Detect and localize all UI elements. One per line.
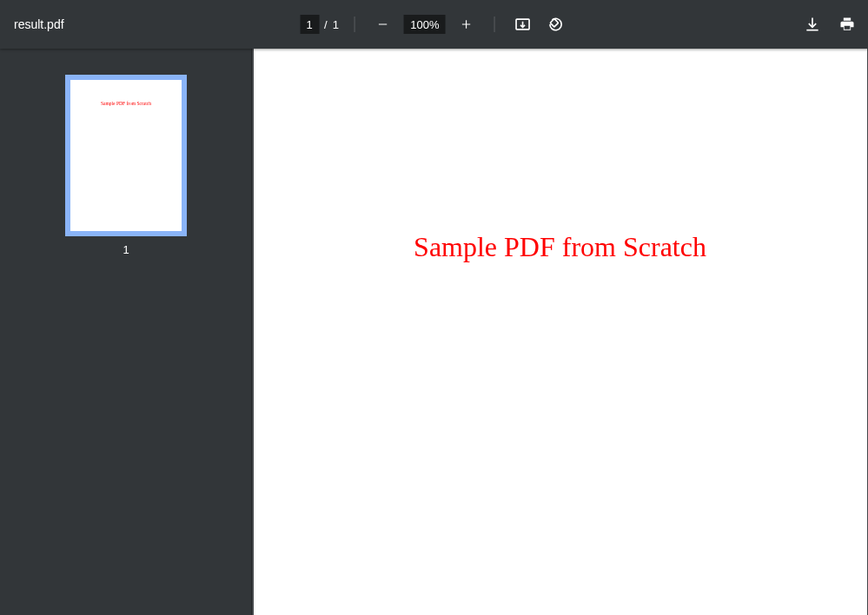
divider — [494, 17, 495, 32]
rotate-button[interactable] — [544, 12, 568, 36]
divider — [354, 17, 355, 32]
page-indicator: / 1 — [300, 15, 339, 34]
thumbnail-item[interactable]: Sample PDF from Scratch 1 — [65, 75, 187, 256]
pdf-page: Sample PDF from Scratch — [254, 49, 867, 615]
thumbnail-page-text: Sample PDF from Scratch — [70, 101, 182, 106]
fit-to-page-button[interactable] — [511, 12, 535, 36]
zoom-out-button[interactable] — [371, 12, 395, 36]
document-heading: Sample PDF from Scratch — [254, 231, 867, 263]
file-name: result.pdf — [14, 17, 64, 31]
plus-icon — [461, 18, 473, 30]
zoom-percent-input[interactable] — [404, 15, 446, 34]
thumbnail-sidebar: Sample PDF from Scratch 1 — [0, 49, 252, 615]
print-button[interactable] — [835, 12, 859, 36]
toolbar-center: / 1 — [300, 0, 568, 49]
thumbnail-selected-border: Sample PDF from Scratch — [65, 75, 187, 236]
thumbnail-page: Sample PDF from Scratch — [70, 80, 182, 231]
page-separator: / — [324, 18, 328, 31]
thumbnail-label: 1 — [123, 243, 129, 256]
rotate-icon — [547, 16, 565, 33]
minus-icon — [377, 18, 389, 30]
page-viewport[interactable]: Sample PDF from Scratch — [252, 49, 868, 615]
print-icon — [838, 16, 856, 33]
download-button[interactable] — [800, 12, 825, 36]
toolbar-right — [800, 0, 859, 49]
download-icon — [804, 16, 821, 33]
pdf-toolbar: result.pdf / 1 — [0, 0, 868, 49]
page-number-input[interactable] — [300, 15, 319, 34]
toolbar-left: result.pdf — [0, 17, 64, 31]
fit-page-icon — [514, 16, 532, 33]
zoom-in-button[interactable] — [454, 12, 479, 36]
svg-rect-5 — [551, 19, 559, 27]
content-area: Sample PDF from Scratch 1 Sample PDF fro… — [0, 49, 868, 615]
page-total: 1 — [333, 18, 339, 31]
